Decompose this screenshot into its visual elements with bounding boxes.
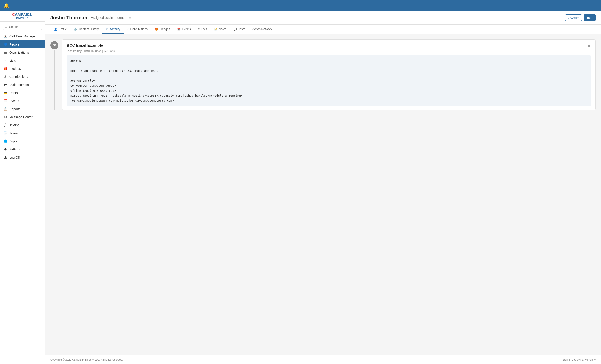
settings-icon: ⚙ bbox=[4, 148, 7, 151]
action-button[interactable]: Action ▾ bbox=[565, 14, 582, 21]
email-line-6: Co-Founder Campaign Deputy bbox=[70, 83, 587, 88]
pledges-icon: 🎁 bbox=[4, 67, 7, 70]
tab-profile[interactable]: 👤 Profile bbox=[50, 25, 70, 34]
sidebar-item-digital[interactable]: 🌐 Digital bbox=[0, 137, 45, 145]
profile-tab-icon: 👤 bbox=[54, 28, 57, 31]
email-line-2 bbox=[70, 64, 587, 68]
search-input[interactable] bbox=[3, 24, 42, 30]
delete-activity-icon[interactable]: 🗑 bbox=[587, 43, 591, 47]
sidebar: CAMPAIGN DEPUTY 🕐 Call Time Manager 👤 Pe… bbox=[0, 11, 45, 364]
debts-icon: 💳 bbox=[4, 91, 7, 95]
tabs-bar: 👤 Profile 🔗 Contact History ☑ Activity $… bbox=[45, 25, 601, 34]
tab-pledges[interactable]: 🎁 Pledges bbox=[151, 25, 174, 34]
footer: Copyright © 2021 Campaign Deputy LLC. Al… bbox=[45, 355, 601, 364]
tab-lists-label: Lists bbox=[201, 27, 207, 31]
footer-built-in: Built in Louisville, Kentucky bbox=[563, 358, 596, 361]
activity-content: ✉ BCC Email Example 🗑 Josh Bartley, Just… bbox=[45, 34, 601, 355]
tab-contributions-label: Contributions bbox=[130, 27, 148, 31]
activity-title: BCC Email Example bbox=[67, 43, 103, 48]
tab-notes[interactable]: 📝 Notes bbox=[210, 25, 230, 34]
sidebar-label-reports: Reports bbox=[10, 107, 20, 111]
person-header: Justin Thurman - Assigned Justin Thurman… bbox=[45, 11, 601, 25]
sidebar-nav: 🕐 Call Time Manager 👤 People ▦ Organizat… bbox=[0, 32, 45, 364]
sidebar-item-pledges[interactable]: 🎁 Pledges bbox=[0, 65, 45, 73]
footer-copyright: Copyright © 2021 Campaign Deputy LLC. Al… bbox=[50, 358, 123, 361]
tab-pledges-label: Pledges bbox=[160, 27, 170, 31]
person-name: Justin Thurman bbox=[50, 15, 87, 21]
person-status-dot bbox=[129, 17, 131, 19]
sidebar-label-disbursement: Disbursement bbox=[10, 83, 29, 86]
action-button-label: Action bbox=[568, 16, 577, 19]
forms-icon: 📄 bbox=[4, 131, 7, 135]
sidebar-item-settings[interactable]: ⚙ Settings bbox=[0, 145, 45, 153]
edit-button[interactable]: Edit bbox=[584, 14, 596, 21]
tab-action-network[interactable]: Action Network bbox=[249, 25, 276, 34]
sidebar-item-forms[interactable]: 📄 Forms bbox=[0, 129, 45, 137]
sidebar-label-debts: Debts bbox=[10, 91, 18, 95]
email-line-9: joshua@campaigndeputy.com<mailto:joshua@… bbox=[70, 98, 587, 103]
tab-contributions[interactable]: $ Contributions bbox=[124, 25, 151, 34]
notes-tab-icon: 📝 bbox=[214, 28, 217, 31]
header-actions: Action ▾ Edit bbox=[565, 14, 596, 21]
tab-contact-history[interactable]: 🔗 Contact History bbox=[70, 25, 102, 34]
sidebar-item-reports[interactable]: 📋 Reports bbox=[0, 105, 45, 113]
logo: CAMPAIGN DEPUTY bbox=[0, 11, 45, 21]
sidebar-label-lists: Lists bbox=[10, 59, 16, 62]
reports-icon: 📋 bbox=[4, 107, 7, 111]
sidebar-label-pledges: Pledges bbox=[10, 67, 21, 70]
sidebar-label-people: People bbox=[10, 43, 19, 46]
sidebar-item-debts[interactable]: 💳 Debts bbox=[0, 89, 45, 97]
contributions-icon: $ bbox=[4, 75, 7, 78]
tab-events-label: Events bbox=[182, 27, 191, 31]
sidebar-item-texting[interactable]: 💬 Texting bbox=[0, 121, 45, 129]
sidebar-item-call-time-manager[interactable]: 🕐 Call Time Manager bbox=[0, 32, 45, 40]
timeline-line: ✉ bbox=[50, 39, 58, 110]
sidebar-label-log-off: Log Off bbox=[10, 156, 20, 159]
sidebar-label-forms: Forms bbox=[10, 131, 19, 135]
sidebar-label-digital: Digital bbox=[10, 140, 18, 143]
activity-meta: Josh Bartley, Justin Thurman | 04/10/202… bbox=[67, 49, 591, 53]
sidebar-label-events: Events bbox=[10, 99, 19, 103]
lists-icon: ≡ bbox=[4, 59, 7, 62]
events-icon: 📅 bbox=[4, 99, 7, 103]
email-line-1: Justin, bbox=[70, 58, 587, 64]
activity-timeline: ✉ BCC Email Example 🗑 Josh Bartley, Just… bbox=[50, 39, 596, 110]
contact-history-tab-icon: 🔗 bbox=[74, 28, 78, 31]
tab-activity[interactable]: ☑ Activity bbox=[102, 25, 124, 34]
email-line-4 bbox=[70, 73, 587, 78]
activity-tab-icon: ☑ bbox=[106, 28, 109, 31]
tab-contact-history-label: Contact History bbox=[79, 27, 99, 31]
sidebar-item-events[interactable]: 📅 Events bbox=[0, 97, 45, 105]
sidebar-item-message-center[interactable]: ✉ Message Center bbox=[0, 113, 45, 121]
texts-tab-icon: 💬 bbox=[234, 28, 237, 31]
activity-card: BCC Email Example 🗑 Josh Bartley, Justin… bbox=[62, 39, 596, 110]
action-chevron-icon: ▾ bbox=[577, 16, 579, 19]
email-timeline-icon: ✉ bbox=[50, 41, 58, 49]
person-assigned: - Assigned Justin Thurman bbox=[89, 16, 126, 19]
sidebar-label-organizations: Organizations bbox=[10, 51, 29, 54]
sidebar-label-call-time: Call Time Manager bbox=[10, 35, 36, 38]
sidebar-item-disbursement[interactable]: ⇄ Disbursement bbox=[0, 81, 45, 89]
tab-activity-label: Activity bbox=[110, 27, 120, 31]
sidebar-item-lists[interactable]: ≡ Lists bbox=[0, 57, 45, 65]
people-icon: 👤 bbox=[4, 43, 7, 46]
tab-lists[interactable]: ≡ Lists bbox=[194, 25, 211, 34]
activity-body: Justin, Here is an example of using our … bbox=[67, 55, 591, 106]
sidebar-item-people[interactable]: 👤 People bbox=[0, 40, 45, 48]
sidebar-label-contributions: Contributions bbox=[10, 75, 28, 78]
sidebar-item-organizations[interactable]: ▦ Organizations bbox=[0, 48, 45, 57]
bell-icon[interactable]: 🔔 bbox=[4, 3, 9, 8]
timeline-vertical-line bbox=[54, 50, 55, 110]
texting-icon: 💬 bbox=[4, 123, 7, 127]
email-line-7: Office (202) 915-0500 x202 bbox=[70, 88, 587, 93]
contributions-tab-icon: $ bbox=[128, 28, 129, 31]
sidebar-item-contributions[interactable]: $ Contributions bbox=[0, 73, 45, 81]
tab-texts[interactable]: 💬 Texts bbox=[230, 25, 249, 34]
events-tab-icon: 📅 bbox=[177, 28, 180, 31]
sidebar-label-texting: Texting bbox=[10, 123, 19, 127]
sidebar-label-message-center: Message Center bbox=[10, 115, 33, 119]
sidebar-item-log-off[interactable]: ⏻ Log Off bbox=[0, 153, 45, 162]
tab-profile-label: Profile bbox=[59, 27, 67, 31]
tab-events[interactable]: 📅 Events bbox=[174, 25, 194, 34]
main-content: Justin Thurman - Assigned Justin Thurman… bbox=[45, 11, 601, 364]
